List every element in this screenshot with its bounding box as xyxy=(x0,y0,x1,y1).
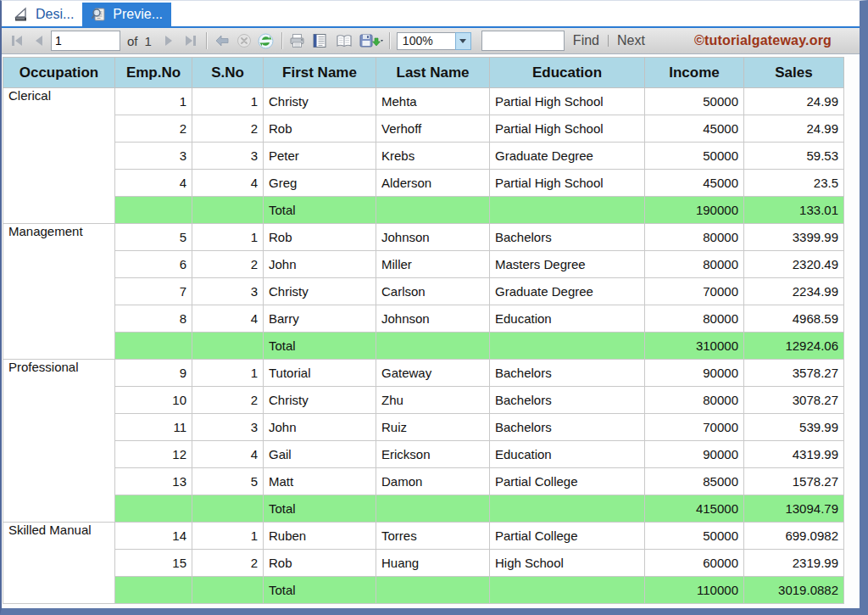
table-cell: Ruben xyxy=(264,523,376,550)
page-count-label: of1 xyxy=(127,34,152,48)
total-empty-cell xyxy=(490,495,645,523)
header-row: OccupationEmp.NoS.NoFirst NameLast NameE… xyxy=(3,58,844,88)
occupation-cell: Management xyxy=(3,224,115,360)
total-sales-cell: 13094.79 xyxy=(744,495,844,523)
header-cell-s-no: S.No xyxy=(192,58,264,88)
first-page-button[interactable] xyxy=(7,31,27,51)
occupation-cell: Skilled Manual xyxy=(3,523,115,604)
total-empty-cell xyxy=(376,333,490,360)
total-income-cell: 190000 xyxy=(645,197,744,224)
total-empty-cell xyxy=(376,577,490,604)
table-cell: 24.99 xyxy=(744,115,844,143)
print-layout-icon xyxy=(312,33,327,48)
next-link[interactable]: Next xyxy=(617,33,645,48)
table-cell: Erickson xyxy=(376,441,490,468)
table-cell: 50000 xyxy=(645,523,744,550)
table-cell: 11 xyxy=(115,414,192,441)
total-empty-cell xyxy=(115,197,192,224)
table-cell: 23.5 xyxy=(744,170,844,197)
table-row: 135MattDamonPartial College850001578.27 xyxy=(3,468,844,495)
zoom-dropdown-button[interactable] xyxy=(455,32,471,50)
total-empty-cell xyxy=(192,197,264,224)
tab-design[interactable]: Desi... xyxy=(5,3,82,26)
table-cell: 1 xyxy=(192,523,264,550)
zoom-select[interactable]: 100% xyxy=(397,32,471,50)
total-income-cell: 310000 xyxy=(645,333,744,360)
table-row: 124GailEricksonEducation900004319.99 xyxy=(3,441,844,468)
table-cell: 15 xyxy=(115,550,192,577)
toolbar-separator xyxy=(206,32,207,49)
table-cell: Rob xyxy=(264,550,376,577)
table-row: 44GregAldersonPartial High School4500023… xyxy=(3,170,844,197)
refresh-icon xyxy=(258,33,274,49)
stop-button[interactable] xyxy=(234,31,254,51)
total-empty-cell xyxy=(376,495,490,523)
page-setup-button[interactable] xyxy=(331,31,357,51)
print-layout-button[interactable] xyxy=(309,31,330,51)
page-number-input[interactable] xyxy=(51,31,120,51)
table-row: 73ChristyCarlsonGraduate Degree700002234… xyxy=(3,278,844,305)
table-cell: 2 xyxy=(192,251,264,278)
refresh-button[interactable] xyxy=(256,31,276,51)
table-row: 84BarryJohnsonEducation800004968.59 xyxy=(3,305,844,333)
table-cell: Partial College xyxy=(490,523,645,550)
total-label-cell: Total xyxy=(264,577,376,604)
table-cell: 1 xyxy=(115,88,192,115)
table-cell: 2 xyxy=(192,387,264,414)
table-cell: 5 xyxy=(115,224,192,251)
table-cell: Greg xyxy=(264,170,376,197)
find-link[interactable]: Find xyxy=(573,33,599,48)
prev-page-icon xyxy=(33,35,45,47)
table-cell: 3 xyxy=(192,278,264,305)
brand-watermark: ©tutorialgateway.org xyxy=(694,33,832,48)
table-cell: 59.53 xyxy=(744,143,844,170)
table-cell: Partial High School xyxy=(490,115,645,143)
table-cell: Christy xyxy=(264,387,376,414)
table-cell: Damon xyxy=(376,468,490,495)
table-cell: Christy xyxy=(264,88,376,115)
back-icon xyxy=(214,35,230,47)
report-viewer-window: Desi... Previe... xyxy=(0,0,868,615)
group-total-row: Total1100003019.0882 xyxy=(3,577,844,604)
table-cell: Bachelors xyxy=(490,224,645,251)
header-cell-emp-no: Emp.No xyxy=(115,58,192,88)
table-cell: 1 xyxy=(192,88,264,115)
table-cell: 3 xyxy=(192,143,264,170)
table-cell: John xyxy=(264,414,376,441)
table-cell: 45000 xyxy=(645,115,744,143)
zoom-value: 100% xyxy=(397,32,455,50)
prev-page-button[interactable] xyxy=(29,31,49,51)
table-cell: 24.99 xyxy=(744,88,844,115)
find-input[interactable] xyxy=(481,31,565,51)
table-cell: 4 xyxy=(192,305,264,333)
total-sales-cell: 3019.0882 xyxy=(744,577,844,604)
table-cell: 2 xyxy=(115,115,192,143)
table-cell: Gail xyxy=(264,441,376,468)
table-cell: 4 xyxy=(192,170,264,197)
table-cell: Rob xyxy=(264,115,376,143)
next-page-icon xyxy=(163,35,175,47)
next-page-button[interactable] xyxy=(159,31,179,51)
table-cell: 8 xyxy=(115,305,192,333)
occupation-cell: Clerical xyxy=(3,88,115,224)
table-cell: Mehta xyxy=(376,88,490,115)
table-cell: Alderson xyxy=(376,170,490,197)
table-cell: Partial College xyxy=(490,468,645,495)
report-canvas: OccupationEmp.NoS.NoFirst NameLast NameE… xyxy=(2,54,860,609)
export-button[interactable] xyxy=(359,31,384,51)
tab-preview[interactable]: Previe... xyxy=(82,3,171,26)
table-cell: 1 xyxy=(192,224,264,251)
table-cell: 5 xyxy=(192,468,264,495)
table-cell: 10 xyxy=(115,387,192,414)
table-row: Clerical11ChristyMehtaPartial High Schoo… xyxy=(3,88,844,115)
last-page-button[interactable] xyxy=(181,31,201,51)
table-body: Clerical11ChristyMehtaPartial High Schoo… xyxy=(3,88,844,604)
table-row: 33PeterKrebsGraduate Degree5000059.53 xyxy=(3,143,844,170)
table-cell: 4319.99 xyxy=(744,441,844,468)
table-cell: 1578.27 xyxy=(744,468,844,495)
table-header: OccupationEmp.NoS.NoFirst NameLast NameE… xyxy=(3,58,844,88)
back-button[interactable] xyxy=(212,31,232,51)
total-empty-cell xyxy=(376,197,490,224)
print-button[interactable] xyxy=(287,31,308,51)
total-empty-cell xyxy=(115,333,192,360)
